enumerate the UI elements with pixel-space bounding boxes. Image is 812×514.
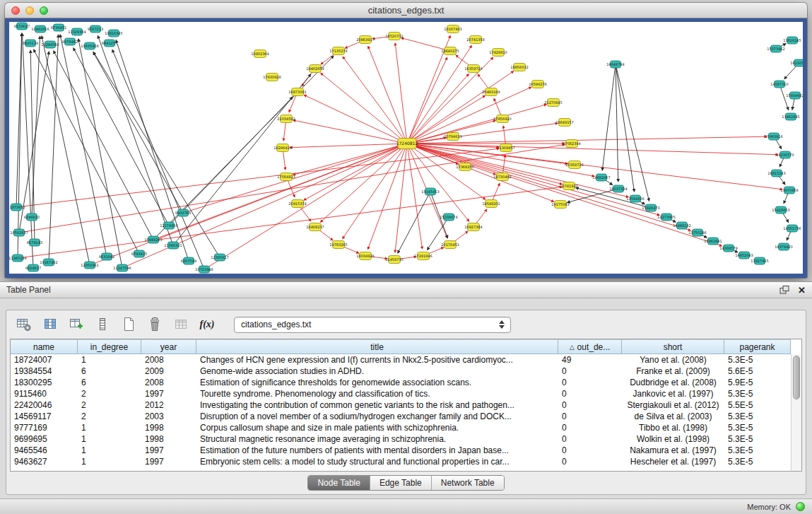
graph-node[interactable]: 14587310 — [770, 81, 788, 88]
graph-node[interactable]: 19640275 — [441, 47, 459, 55]
graph-node[interactable]: 20794613 — [444, 133, 461, 141]
graph-node[interactable]: 18730462 — [493, 173, 511, 181]
graph-node[interactable]: 8679143 — [27, 239, 42, 246]
graph-node[interactable]: 15238674 — [440, 214, 457, 221]
graph-node[interactable]: 17135278 — [329, 47, 347, 55]
graph-node[interactable]: 17240812 — [396, 139, 418, 149]
graph-node[interactable]: 15826473 — [642, 204, 659, 211]
graph-node[interactable]: 15934682 — [786, 92, 803, 99]
graph-node[interactable]: 14682957 — [592, 174, 610, 181]
graph-node[interactable]: 10482916 — [31, 25, 49, 33]
delete-table-icon[interactable] — [146, 315, 164, 334]
window-close-button[interactable] — [11, 6, 20, 15]
graph-node[interactable]: 10167482 — [40, 259, 57, 266]
graph-node[interactable]: 20483169 — [482, 88, 500, 96]
graph-node[interactable]: 16648794 — [606, 61, 624, 68]
graph-node[interactable]: 15073962 — [767, 45, 784, 52]
graph-node[interactable]: 20915374 — [288, 200, 306, 208]
graph-node[interactable]: 16498132 — [673, 222, 690, 229]
graph-node[interactable]: 13594826 — [626, 195, 644, 202]
graph-node[interactable]: 18167493 — [444, 25, 461, 33]
graph-node[interactable]: 8267594 — [181, 257, 196, 264]
graph-node[interactable]: 18649157 — [555, 119, 573, 127]
table-row[interactable]: 946362711997Embryonic stem cells: a mode… — [11, 456, 801, 467]
tab-edge-table[interactable]: Edge Table — [370, 476, 432, 490]
column-header-title[interactable]: title — [196, 339, 558, 354]
graph-node[interactable]: 17856920 — [493, 115, 511, 123]
graph-node[interactable]: 8736451 — [51, 24, 66, 31]
scrollbar-thumb[interactable] — [793, 356, 800, 399]
graph-node[interactable]: 8925174 — [23, 40, 38, 47]
graph-node[interactable]: 17082394 — [563, 140, 580, 148]
graph-node[interactable]: 16815243 — [767, 170, 785, 177]
graph-node[interactable]: 16359728 — [464, 65, 482, 73]
graph-node[interactable]: 21458730 — [385, 256, 403, 264]
create-column-icon[interactable] — [67, 315, 86, 334]
graph-node[interactable]: 17291846 — [414, 252, 432, 260]
graph-node[interactable]: 21309857 — [497, 144, 514, 152]
graph-node[interactable]: 14236570 — [776, 151, 794, 158]
table-row[interactable]: 1830029562008Estimation of significance … — [11, 377, 801, 388]
table-row[interactable]: 2242004622012Investigating the contribut… — [11, 399, 801, 411]
column-header-out_de[interactable]: △out_de... — [558, 339, 622, 354]
graph-node[interactable]: 19548201 — [482, 200, 500, 208]
graph-node[interactable]: 12058361 — [81, 262, 98, 269]
graph-node[interactable]: 13670958 — [780, 187, 798, 194]
graph-node[interactable]: 11247596 — [113, 264, 131, 271]
table-row[interactable]: 969969511998Structural magnetic resonanc… — [11, 433, 801, 445]
graph-node[interactable]: 16927384 — [464, 223, 482, 231]
table-select-dropdown[interactable]: citations_edges.txt — [234, 317, 511, 333]
graph-node[interactable]: 16873091 — [288, 88, 306, 96]
network-canvas[interactable]: 1724081218520731208639171713527819402654… — [9, 22, 803, 274]
window-minimize-button[interactable] — [25, 6, 34, 15]
new-document-icon[interactable] — [119, 315, 138, 334]
graph-node[interactable]: 10816345 — [105, 30, 122, 37]
graph-node[interactable]: 9631842 — [99, 253, 114, 260]
table-row[interactable]: 977716911998Corpus callosum shape and si… — [11, 422, 801, 433]
network-view[interactable]: 1724081218520731208639171713527819402654… — [9, 22, 803, 274]
table-row[interactable]: 1938455462009Genome-wide association stu… — [11, 366, 801, 377]
table-row[interactable]: 946554611997Estimation of the future num… — [11, 445, 801, 456]
tab-node-table[interactable]: Node Table — [308, 476, 370, 490]
graph-node[interactable]: 18902364 — [251, 50, 269, 58]
show-columns-icon[interactable] — [41, 315, 59, 334]
graph-node[interactable]: 19145453 — [421, 188, 439, 195]
graph-node[interactable]: 14051736 — [783, 225, 801, 232]
graph-node[interactable]: 15962841 — [704, 238, 722, 245]
graph-node[interactable]: 18034926 — [356, 252, 374, 260]
graph-node[interactable]: 14308579 — [719, 245, 737, 252]
graph-node[interactable]: 21270845 — [544, 99, 562, 107]
graph-node[interactable]: 10723948 — [195, 266, 213, 273]
graph-node[interactable]: 11385294 — [9, 255, 27, 262]
graph-node[interactable]: 13750286 — [688, 229, 706, 236]
table-scrollbar[interactable] — [791, 354, 801, 471]
column-header-in_degree[interactable]: in_degree — [78, 339, 141, 354]
graph-node[interactable]: 16379420 — [775, 243, 792, 250]
close-panel-icon[interactable]: ✕ — [798, 285, 806, 296]
graph-node[interactable]: 15993816 — [765, 133, 782, 140]
graph-node[interactable]: 16408237 — [306, 223, 324, 231]
graph-node[interactable]: 9153627 — [14, 23, 30, 30]
graph-node[interactable]: 16037284 — [609, 185, 627, 192]
column-header-short[interactable]: short — [622, 339, 724, 354]
graph-node[interactable]: 17368250 — [456, 163, 473, 171]
graph-node[interactable]: 20358716 — [565, 161, 583, 169]
graph-node[interactable]: 8841257 — [102, 40, 117, 47]
graph-node[interactable]: 17428610 — [489, 49, 507, 57]
graph-node[interactable]: 16741920 — [560, 182, 577, 190]
graph-node[interactable]: 11586321 — [164, 242, 182, 249]
graph-node[interactable]: 12395617 — [211, 254, 228, 261]
float-panel-icon[interactable] — [779, 286, 789, 294]
tab-network-table[interactable]: Network Table — [432, 476, 504, 490]
graph-node[interactable]: 9567213 — [88, 25, 103, 33]
graph-node[interactable]: 13462895 — [782, 113, 799, 120]
graph-node[interactable]: 20741358 — [466, 36, 484, 44]
graph-node[interactable]: 16594278 — [529, 81, 546, 88]
function-builder-icon[interactable]: f(x) — [198, 315, 216, 334]
graph-node[interactable]: 10948263 — [144, 236, 162, 243]
graph-node[interactable]: 9378462 — [62, 38, 78, 45]
graph-node[interactable]: 10592837 — [10, 229, 28, 236]
graph-node[interactable]: 15428603 — [772, 206, 789, 214]
graph-node[interactable]: 19402654 — [306, 65, 324, 73]
graph-node[interactable]: 16652093 — [735, 252, 753, 259]
